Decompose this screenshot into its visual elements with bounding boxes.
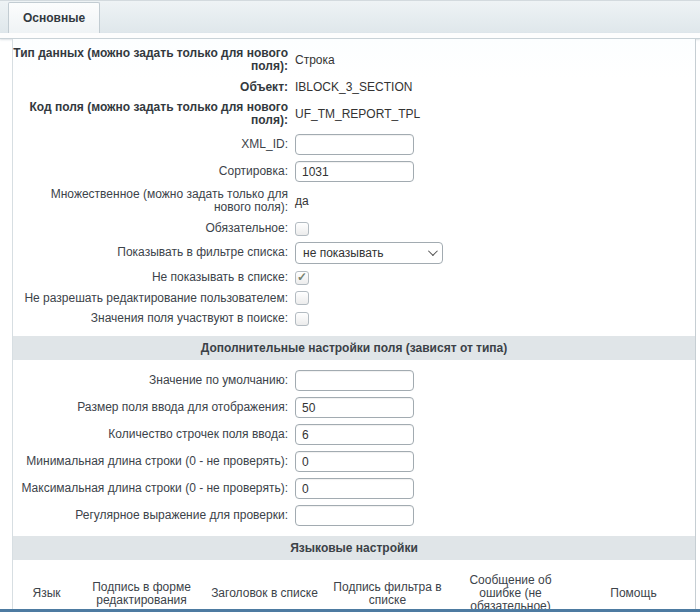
entity-value: IBLOCK_3_SECTION (295, 80, 695, 94)
row-rows-count: Количество строчек поля ввода: (13, 421, 695, 448)
row-data-type: Тип данных (можно задать только для ново… (13, 44, 695, 77)
tab-strip: Основные (0, 0, 700, 33)
row-search-values: Значения поля участвуют в поиске: (13, 308, 695, 329)
display-size-label: Размер поля ввода для отображения: (13, 401, 295, 414)
chevron-down-icon (428, 246, 438, 256)
row-filter-show: Показывать в фильтре списка: не показыва… (13, 239, 695, 267)
row-hide-in-list: Не показывать в списке: (13, 267, 695, 288)
required-checkbox[interactable] (295, 222, 309, 236)
xml-id-input[interactable] (295, 134, 414, 155)
entity-label: Объект: (13, 81, 295, 94)
xml-id-label: XML_ID: (13, 138, 295, 151)
sort-label: Сортировка: (13, 165, 295, 178)
form-bottom-rule (0, 609, 700, 612)
col-header-error-message: Сообщение об ошибке (не обязательное) (449, 567, 572, 609)
row-regexp: Регулярное выражение для проверки: (13, 502, 695, 529)
multiple-label: Множественное (можно задать только для н… (13, 188, 295, 214)
no-user-edit-label: Не разрешать редактирование пользователе… (13, 292, 295, 305)
rows-count-input[interactable] (295, 424, 414, 445)
row-default-value: Значение по умолчанию: (13, 367, 695, 394)
search-values-label: Значения поля участвуют в поиске: (13, 312, 295, 325)
min-length-label: Минимальная длина строки (0 - не проверя… (13, 455, 295, 468)
multiple-value: да (295, 194, 695, 208)
field-code-label: Код поля (можно задать только для нового… (13, 101, 295, 127)
sort-input[interactable] (295, 161, 414, 182)
col-header-list-header: Заголовок в списке (203, 567, 326, 609)
hide-in-list-label: Не показывать в списке: (13, 271, 295, 284)
row-no-user-edit: Не разрешать редактирование пользователе… (13, 288, 695, 309)
filter-show-label: Показывать в фильтре списка: (13, 246, 295, 259)
col-header-filter-label: Подпись фильтра в списке (326, 567, 449, 609)
section-language-settings: Языковые настройки (13, 536, 695, 560)
row-entity: Объект: IBLOCK_3_SECTION (13, 77, 695, 98)
min-length-input[interactable] (295, 451, 414, 472)
no-user-edit-checkbox[interactable] (295, 291, 309, 305)
regexp-label: Регулярное выражение для проверки: (13, 509, 295, 522)
filter-show-selected-value: не показывать (303, 246, 383, 260)
row-min-length: Минимальная длина строки (0 - не проверя… (13, 448, 695, 475)
row-max-length: Максимальная длина строки (0 - не провер… (13, 475, 695, 502)
filter-show-select[interactable]: не показывать (295, 242, 443, 264)
field-settings-form: Тип данных (можно задать только для ново… (12, 39, 696, 609)
rows-count-label: Количество строчек поля ввода: (13, 428, 295, 441)
row-multiple: Множественное (можно задать только для н… (13, 185, 695, 218)
row-display-size: Размер поля ввода для отображения: (13, 394, 695, 421)
row-sort: Сортировка: (13, 158, 695, 185)
hide-in-list-checkbox[interactable] (295, 271, 309, 285)
field-code-value: UF_TM_REPORT_TPL (295, 107, 695, 121)
default-value-label: Значение по умолчанию: (13, 374, 295, 387)
col-header-help: Помощь (572, 567, 695, 609)
regexp-input[interactable] (295, 505, 414, 526)
search-values-checkbox[interactable] (295, 312, 309, 326)
default-value-input[interactable] (295, 370, 414, 391)
required-label: Обязательное: (13, 222, 295, 235)
row-field-code: Код поля (можно задать только для нового… (13, 98, 695, 131)
col-header-edit-form-label: Подпись в форме редактирования (80, 567, 203, 609)
data-type-label: Тип данных (можно задать только для ново… (13, 47, 295, 73)
row-required: Обязательное: (13, 218, 695, 239)
row-xml-id: XML_ID: (13, 131, 695, 158)
display-size-input[interactable] (295, 397, 414, 418)
data-type-value: Строка (295, 53, 695, 67)
section-additional-settings: Дополнительные настройки поля (зависят о… (13, 336, 695, 360)
max-length-input[interactable] (295, 478, 414, 499)
max-length-label: Максимальная длина строки (0 - не провер… (13, 482, 295, 495)
language-table: Язык Подпись в форме редактирования Заго… (13, 567, 695, 609)
language-table-header: Язык Подпись в форме редактирования Заго… (13, 567, 695, 609)
col-header-language: Язык (13, 567, 80, 609)
tab-main[interactable]: Основные (8, 2, 100, 33)
